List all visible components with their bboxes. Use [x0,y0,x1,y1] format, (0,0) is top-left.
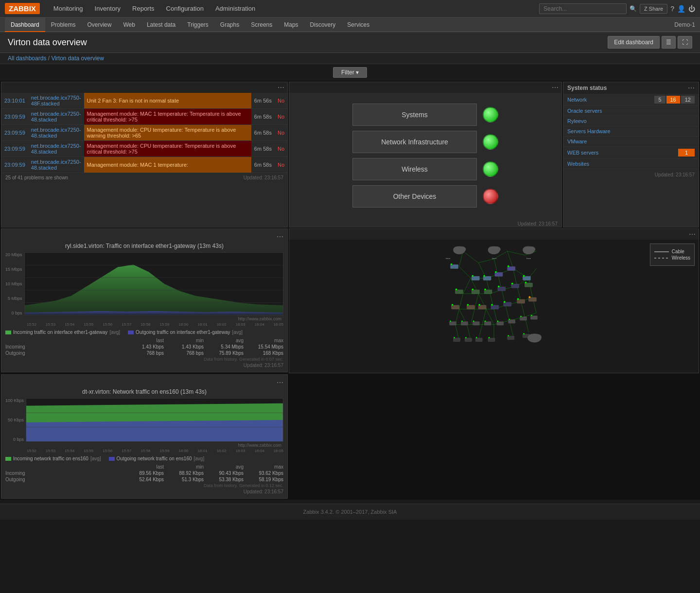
alert-row: 23:09:59 net.brocade.icx7250-48.stacked … [1,141,287,157]
nav-monitoring[interactable]: Monitoring [48,0,89,17]
svg-point-123 [485,320,486,322]
sys-status-menu-icon[interactable]: ⋯ [688,84,695,92]
device-status-panel: ⋯ Systems Network Infrastructure Wireles… [289,82,562,227]
device-menu-icon[interactable]: ⋯ [552,84,559,91]
tab-problems[interactable]: Problems [45,17,82,32]
other-devices-button[interactable]: Other Devices [352,185,477,208]
svg-line-36 [506,305,509,321]
svg-point-111 [528,296,530,298]
chart2-menu-icon[interactable]: ⋯ [277,379,283,386]
svg-line-16 [463,278,471,294]
tab-graphs[interactable]: Graphs [214,17,245,32]
filter-button[interactable]: Filter ▾ [333,67,367,78]
chart1-y2: 5 Mbps [5,296,22,301]
alert-row: 23:10:01 net.brocade.icx7750-48F.stacked… [1,93,287,109]
search-icon[interactable]: 🔍 [630,5,637,12]
tab-dashboard[interactable]: Dashboard [5,17,45,32]
tab-overview[interactable]: Overview [81,17,117,32]
svg-point-109 [504,301,506,303]
nav-administration[interactable]: Administration [210,0,261,17]
svg-line-6 [463,251,478,263]
sys-web-label[interactable]: WEB servers [567,150,677,156]
tab-discovery[interactable]: Discovery [304,17,342,32]
sys-status-updated: Updated: 23:16:57 [655,172,695,177]
sys-network-v3: 12 [681,96,695,104]
chart1-menu-icon[interactable]: ⋯ [277,233,283,241]
svg-text:Internet: Internet [446,258,451,260]
svg-point-107 [478,304,480,306]
svg-point-139 [476,337,477,338]
tab-web[interactable]: Web [117,17,140,32]
svg-rect-117 [508,320,515,323]
chart2-y2: 50 Kbps [5,418,24,422]
nav-inventory[interactable]: Inventory [89,0,126,17]
network-map-panel: ⋯ [289,228,699,373]
wireless-indicator [483,161,498,177]
svg-point-120 [450,320,451,322]
breadcrumb-current: Virton data overview [51,55,104,62]
svg-line-37 [521,301,525,317]
tab-triggers[interactable]: Triggers [181,17,214,32]
alerts-panel: ⋯ 23:10:01 net.brocade.icx7750-48F.stack… [1,82,288,227]
device-row-other: Other Devices [352,185,498,208]
chart1-title: ryl.side1.virton: Traffic on interface e… [5,243,283,249]
logo[interactable]: ZABBIX [5,3,40,14]
wireless-button[interactable]: Wireless [352,158,477,180]
systems-button[interactable]: Systems [352,104,477,126]
svg-point-122 [473,320,474,322]
map-menu-icon[interactable]: ⋯ [689,230,696,238]
svg-text:Internet: Internet [492,258,497,260]
user-label: Demo-1 [674,21,695,28]
alerts-menu-icon[interactable]: ⋯ [278,84,284,91]
tab-maps[interactable]: Maps [278,17,304,32]
sys-row-network: Network 5 16 12 [563,94,699,106]
edit-dashboard-button[interactable]: Edit dashboard [608,36,660,49]
sys-ryleevo-label[interactable]: Ryleevo [567,118,695,124]
chart2-data-source: Data from history. Generated in 0.12 sec… [5,483,283,488]
network-map-svg: Internet Internet Internet [289,240,699,371]
tab-screens[interactable]: Screens [245,17,278,32]
svg-point-142 [523,333,525,334]
help-icon[interactable]: ? [670,5,674,13]
tab-services[interactable]: Services [341,17,375,32]
svg-point-81 [472,275,473,277]
nav-configuration[interactable]: Configuration [160,0,210,17]
footer: Zabbix 3.4.2. © 2001–2017, Zabbix SIA [0,504,700,520]
user-icon[interactable]: 👤 [677,5,685,13]
svg-point-126 [520,315,522,317]
sys-vmware-label[interactable]: VMware [567,139,695,144]
tab-latest-data[interactable]: Latest data [141,17,181,32]
sys-network-v2: 16 [666,96,680,104]
svg-text:Internet: Internet [526,258,531,260]
chart1-legend-outgoing: Outgoing traffic on interface ether1-gat… [128,330,243,335]
breadcrumb-root[interactable]: All dashboards [8,55,46,62]
top-navigation: ZABBIX Monitoring Inventory Reports Conf… [0,0,700,81]
sys-websites-label[interactable]: Websites [567,161,695,167]
systems-indicator [483,107,498,122]
fullscreen-button[interactable]: ⛶ [678,36,692,49]
chart1-y4: 15 Mbps [5,267,22,272]
chart2-legend-incoming: Incoming network traffic on ens160 [avg] [5,456,101,461]
sys-servers-label[interactable]: Servers Hardware [567,128,695,134]
share-button[interactable]: Z Share [640,4,667,14]
list-view-button[interactable]: ☰ [662,36,676,49]
chart2-svg [26,399,283,441]
alerts-table: 23:10:01 net.brocade.icx7750-48F.stacked… [1,93,287,173]
system-status-panel: System status ⋯ Network 5 16 12 Oracle s… [563,82,699,227]
chart2-title: dt-xr.virton: Network traffic on ens160 … [5,388,283,395]
chart2-panel: ⋯ dt-xr.virton: Network traffic on ens16… [1,374,288,499]
network-infra-button[interactable]: Network Infrastructure [352,131,477,153]
power-icon[interactable]: ⏻ [688,5,695,13]
svg-point-73 [527,246,535,252]
svg-point-106 [467,304,469,306]
svg-point-95 [498,286,500,288]
alert-row: 23:09:59 net.brocade.icx7250-48.stacked … [1,109,287,125]
sys-network-label[interactable]: Network [567,97,653,103]
sys-row-websites: Websites [563,159,699,169]
search-input[interactable] [539,3,627,14]
page-title: Virton data overview [8,37,87,48]
chart1-data-source: Data from history. Generated in 0.07 sec… [5,357,283,362]
nav-reports[interactable]: Reports [126,0,160,17]
sys-oracle-label[interactable]: Oracle servers [567,108,695,114]
svg-point-82 [483,275,485,277]
